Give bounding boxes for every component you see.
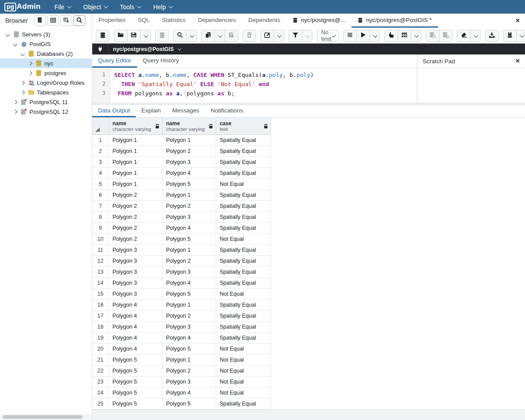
- row-number[interactable]: 7: [92, 201, 109, 212]
- cell[interactable]: Not Equal: [216, 344, 271, 355]
- cell[interactable]: Not Equal: [216, 179, 271, 190]
- row-number[interactable]: 8: [92, 212, 109, 223]
- chevron-down-icon[interactable]: [19, 52, 25, 55]
- row-number[interactable]: 15: [92, 289, 109, 300]
- cell[interactable]: Polygon 3: [163, 267, 216, 278]
- chevron-right-icon[interactable]: [27, 62, 33, 65]
- cell[interactable]: Polygon 4: [109, 322, 163, 333]
- tab-query-history[interactable]: Query History: [137, 54, 185, 68]
- commit-button[interactable]: [426, 30, 439, 42]
- cell[interactable]: Polygon 4: [109, 344, 163, 355]
- tab-properties[interactable]: Properties: [92, 14, 132, 28]
- row-number[interactable]: 17: [92, 311, 109, 322]
- rollback-button[interactable]: [439, 30, 453, 42]
- row-number[interactable]: 18: [92, 322, 109, 333]
- select-all-corner[interactable]: [92, 118, 109, 135]
- dropdown-button[interactable]: [369, 30, 380, 42]
- tree-item-postgis[interactable]: PostGIS: [0, 39, 92, 49]
- cell[interactable]: Polygon 1: [163, 135, 216, 146]
- cell[interactable]: Polygon 4: [163, 333, 216, 344]
- cell[interactable]: Polygon 3: [109, 256, 163, 267]
- filter-button[interactable]: [289, 30, 302, 42]
- cell[interactable]: Polygon 2: [109, 212, 163, 223]
- execute-button[interactable]: [356, 30, 370, 42]
- row-number[interactable]: 13: [92, 267, 109, 278]
- cell[interactable]: Spatially Equal: [216, 300, 271, 311]
- cell[interactable]: Polygon 3: [109, 278, 163, 289]
- cell[interactable]: Not Equal: [216, 234, 271, 245]
- dropdown-button[interactable]: [411, 30, 421, 42]
- delete-button[interactable]: [243, 30, 256, 42]
- cell[interactable]: Polygon 2: [163, 311, 216, 322]
- cell[interactable]: Polygon 4: [163, 278, 216, 289]
- row-number[interactable]: 1: [92, 135, 109, 146]
- cell[interactable]: Polygon 2: [109, 190, 163, 201]
- cell[interactable]: Polygon 1: [109, 179, 163, 190]
- row-number[interactable]: 21: [92, 355, 109, 366]
- cell[interactable]: Spatially Equal: [216, 311, 271, 322]
- cell[interactable]: Polygon 5: [163, 234, 216, 245]
- tab-messages[interactable]: Messages: [167, 105, 205, 117]
- row-number[interactable]: 19: [92, 333, 109, 344]
- cell[interactable]: Polygon 5: [109, 387, 163, 398]
- close-icon[interactable]: ×: [516, 17, 520, 24]
- menu-tools[interactable]: Tools: [120, 4, 140, 11]
- tree-item-postgresql-11[interactable]: PostgreSQL 11: [0, 97, 92, 107]
- cell[interactable]: Polygon 5: [163, 289, 216, 300]
- dropdown-button[interactable]: [302, 30, 312, 42]
- column-header-name-1[interactable]: namecharacter varying: [109, 118, 163, 135]
- row-number[interactable]: 16: [92, 300, 109, 311]
- chevron-right-icon[interactable]: [12, 101, 18, 104]
- cell[interactable]: Not Equal: [216, 366, 271, 377]
- tab-data-output[interactable]: Data Output: [92, 105, 136, 117]
- cell[interactable]: Spatially Equal: [216, 256, 271, 267]
- scratch-pad-textarea[interactable]: [417, 68, 525, 103]
- cell[interactable]: Not Equal: [216, 387, 271, 398]
- row-number[interactable]: 9: [92, 223, 109, 234]
- macros-button[interactable]: [503, 30, 517, 42]
- cell[interactable]: Polygon 5: [163, 344, 216, 355]
- explain-button[interactable]: [384, 30, 398, 42]
- dropdown-button[interactable]: [274, 30, 284, 42]
- cell[interactable]: Spatially Equal: [216, 322, 271, 333]
- row-number[interactable]: 20: [92, 344, 109, 355]
- copy-button[interactable]: [201, 30, 215, 42]
- row-number[interactable]: 25: [92, 398, 109, 409]
- cell[interactable]: Spatially Equal: [216, 212, 271, 223]
- cell[interactable]: Polygon 1: [163, 355, 216, 366]
- cell[interactable]: Polygon 1: [163, 245, 216, 256]
- tab-dependents[interactable]: Dependents: [242, 14, 286, 28]
- cell[interactable]: Not Equal: [216, 355, 271, 366]
- row-number[interactable]: 5: [92, 179, 109, 190]
- chevron-right-icon[interactable]: [27, 72, 33, 75]
- row-number[interactable]: 14: [92, 278, 109, 289]
- filtered-rows-button[interactable]: [60, 15, 72, 26]
- column-header-name-2[interactable]: namecharacter varying: [163, 118, 216, 135]
- row-number[interactable]: 11: [92, 245, 109, 256]
- cell[interactable]: Polygon 4: [109, 333, 163, 344]
- dropdown-button[interactable]: [470, 30, 481, 42]
- cell[interactable]: Spatially Equal: [216, 333, 271, 344]
- connection-button[interactable]: [96, 30, 109, 42]
- cell[interactable]: Polygon 5: [109, 398, 163, 409]
- chevron-down-icon[interactable]: [12, 43, 18, 46]
- paste-button[interactable]: [224, 30, 238, 42]
- chevron-right-icon[interactable]: [19, 81, 25, 84]
- menu-file[interactable]: File: [54, 4, 70, 11]
- cell[interactable]: Polygon 4: [109, 300, 163, 311]
- sidebar-scrollbar-track[interactable]: [0, 414, 91, 420]
- tab-notifications[interactable]: Notifications: [205, 105, 249, 117]
- row-number[interactable]: 22: [92, 366, 109, 377]
- cell[interactable]: Spatially Equal: [216, 146, 271, 157]
- cell[interactable]: Spatially Equal: [216, 157, 271, 168]
- cell[interactable]: Spatially Equal: [216, 168, 271, 179]
- chevron-down-icon[interactable]: [4, 33, 11, 36]
- cell[interactable]: Spatially Equal: [216, 223, 271, 234]
- cell[interactable]: Polygon 2: [109, 223, 163, 234]
- cell[interactable]: Polygon 3: [109, 289, 163, 300]
- object-menu-button[interactable]: [34, 15, 46, 26]
- dropdown-button[interactable]: [516, 30, 525, 42]
- cell[interactable]: Not Equal: [216, 377, 271, 387]
- cell[interactable]: Polygon 2: [163, 366, 216, 377]
- close-icon[interactable]: ×: [516, 58, 520, 65]
